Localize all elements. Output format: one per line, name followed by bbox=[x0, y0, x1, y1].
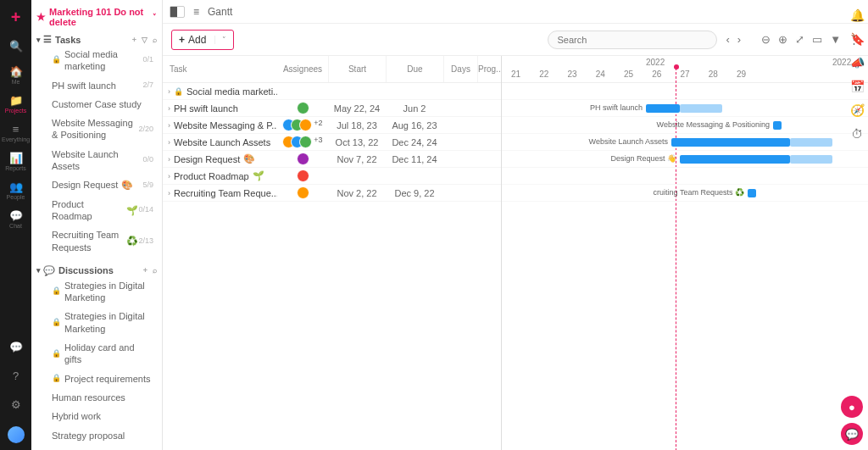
rail-add[interactable]: + bbox=[4, 5, 28, 29]
add-button[interactable]: +Add˅ bbox=[171, 30, 234, 50]
discussions-section-head[interactable]: ▾💬Discussions +⌕ bbox=[36, 265, 157, 276]
more-assignees[interactable]: +2 bbox=[314, 119, 322, 131]
rail-messages[interactable]: 💬 bbox=[4, 335, 28, 358]
search-input[interactable] bbox=[548, 31, 717, 49]
col-task[interactable]: Task bbox=[163, 56, 277, 82]
table-row[interactable]: ›PH swift launchMay 22, 24Jun 2 bbox=[163, 100, 501, 117]
timer-icon[interactable]: ⏱ bbox=[851, 127, 863, 141]
sidebar-task-item[interactable]: 🔒Social media marketing0/1 bbox=[36, 45, 157, 76]
sidebar-discussion-item[interactable]: 🔒Project requirements bbox=[36, 369, 157, 388]
col-days[interactable]: Days bbox=[443, 56, 477, 82]
sidebar-toggle[interactable] bbox=[170, 6, 185, 18]
hamburger-icon[interactable]: ≡ bbox=[193, 6, 199, 18]
assignee-avatar[interactable] bbox=[297, 169, 309, 182]
gantt-bar-remaining[interactable] bbox=[790, 155, 832, 164]
rail-settings[interactable]: ⚙ bbox=[4, 392, 28, 416]
gantt-bar[interactable] bbox=[680, 155, 790, 164]
col-due[interactable]: Due bbox=[386, 56, 443, 82]
more-assignees[interactable]: +3 bbox=[314, 136, 322, 148]
gantt-bar[interactable] bbox=[646, 104, 680, 113]
table-row[interactable]: ›Design Request🎨Nov 7, 22Dec 11, 24 bbox=[163, 151, 501, 168]
gantt-bar-remaining[interactable] bbox=[790, 138, 832, 147]
col-start[interactable]: Start bbox=[328, 56, 386, 82]
announce-icon[interactable]: 📣 bbox=[850, 56, 865, 69]
gantt-row[interactable]: cruiting Team Requests ♻️ bbox=[502, 185, 868, 202]
sidebar-discussion-item[interactable]: 🔒Strategies in Digital Marketing bbox=[36, 307, 157, 338]
gantt-milestone[interactable] bbox=[773, 121, 782, 130]
bookmark-icon[interactable]: 🔖 bbox=[850, 32, 865, 46]
rail-chat[interactable]: 💬Chat bbox=[4, 207, 28, 231]
table-row[interactable]: ›Recruiting Team Reque...Nov 2, 22Dec 9,… bbox=[163, 185, 501, 202]
sidebar-task-item[interactable]: PH swift launch2/7 bbox=[36, 76, 157, 95]
zoom-out-icon[interactable]: ⊖ bbox=[761, 33, 771, 46]
add-discussion-icon[interactable]: + bbox=[143, 266, 147, 275]
fab-chat[interactable]: 💬 bbox=[841, 423, 863, 445]
gantt-row[interactable] bbox=[502, 83, 868, 100]
expand-icon[interactable]: › bbox=[168, 189, 170, 197]
expand-icon[interactable]: › bbox=[168, 155, 170, 164]
gantt-row[interactable]: Design Request 👋 bbox=[502, 151, 868, 168]
filter-toolbar-icon[interactable]: ▼ bbox=[830, 33, 841, 46]
rail-me[interactable]: 🏠Me bbox=[4, 63, 28, 86]
today-icon[interactable]: ▭ bbox=[812, 33, 822, 46]
prev-icon[interactable]: ‹ bbox=[726, 33, 729, 46]
timeline-panel[interactable]: 2022 2022 212223242526272829 PH swift la… bbox=[502, 56, 868, 450]
sidebar-task-item[interactable]: Design Request🎨5/9 bbox=[36, 175, 157, 194]
sidebar-discussion-item[interactable]: 🔒Strategies in Digital Marketing bbox=[36, 276, 157, 308]
rail-user-avatar[interactable] bbox=[8, 426, 25, 443]
rail-everything[interactable]: ≡Everything bbox=[4, 120, 28, 144]
rail-reports[interactable]: 📊Reports bbox=[4, 149, 28, 173]
rail-help[interactable]: ? bbox=[4, 364, 28, 387]
tasks-section-head[interactable]: ▾☰Tasks +▽⌕ bbox=[36, 34, 157, 45]
table-row[interactable]: ›Website Launch Assets+3Oct 13, 22Dec 24… bbox=[163, 134, 501, 151]
add-task-icon[interactable]: + bbox=[132, 36, 136, 44]
sidebar-discussion-item[interactable]: Human resources bbox=[36, 388, 157, 407]
table-row[interactable]: ›Website Messaging & P...+2Jul 18, 23Aug… bbox=[163, 117, 501, 134]
nav-rail: + 🔍 🏠Me 📁Projects ≡Everything 📊Reports 👥… bbox=[0, 0, 31, 450]
calendar-rail-icon[interactable]: 📅 bbox=[850, 80, 865, 93]
expand-icon[interactable]: › bbox=[168, 121, 170, 130]
rail-projects[interactable]: 📁Projects bbox=[4, 92, 28, 115]
rail-people[interactable]: 👥People bbox=[4, 178, 28, 202]
sidebar-task-item[interactable]: Customer Case study bbox=[36, 95, 157, 114]
col-progress[interactable]: Prog... bbox=[477, 56, 501, 82]
col-assignees[interactable]: Assignees bbox=[277, 56, 328, 82]
gantt-row[interactable] bbox=[502, 168, 868, 185]
sidebar-task-item[interactable]: Product Roadmap🌱0/14 bbox=[36, 195, 157, 226]
add-dropdown-icon[interactable]: ˅ bbox=[214, 36, 226, 44]
search-icon[interactable]: ⌕ bbox=[153, 36, 157, 44]
fab-record[interactable]: ● bbox=[841, 396, 863, 418]
expand-icon[interactable]: › bbox=[168, 138, 170, 147]
table-row[interactable]: ›Product Roadmap🌱 bbox=[163, 168, 501, 185]
table-row[interactable]: ›🔒Social media marketi... bbox=[163, 83, 501, 100]
gantt-bar-remaining[interactable] bbox=[680, 104, 722, 113]
rail-search[interactable]: 🔍 bbox=[4, 34, 28, 58]
gantt-milestone[interactable] bbox=[748, 189, 756, 197]
expand-icon[interactable]: › bbox=[168, 104, 170, 113]
zoom-in-icon[interactable]: ⊕ bbox=[778, 33, 787, 46]
assignee-avatar[interactable] bbox=[297, 153, 309, 165]
sidebar-task-item[interactable]: Website Launch Assets0/0 bbox=[36, 145, 157, 176]
filter-icon[interactable]: ▽ bbox=[142, 36, 147, 44]
compass-icon[interactable]: 🧭 bbox=[850, 103, 865, 117]
assignee-avatar[interactable] bbox=[299, 119, 312, 131]
assignee-avatar[interactable] bbox=[299, 136, 312, 148]
search-discussion-icon[interactable]: ⌕ bbox=[153, 266, 157, 275]
sidebar-discussion-item[interactable]: Strategy proposal bbox=[36, 426, 157, 445]
assignee-avatar[interactable] bbox=[297, 102, 309, 114]
gantt-row[interactable]: PH swift launch bbox=[502, 100, 868, 117]
sidebar-discussion-item[interactable]: 🔒Holiday card and gifts bbox=[36, 338, 157, 369]
project-title[interactable]: ★Marketing 101 Do not delete˅ bbox=[36, 7, 157, 27]
gantt-bar[interactable] bbox=[671, 138, 790, 147]
assignee-avatar[interactable] bbox=[297, 186, 309, 199]
sidebar-discussion-item[interactable]: Hybrid work bbox=[36, 407, 157, 425]
notifications-icon[interactable]: 🔔 bbox=[850, 8, 865, 22]
sidebar-task-item[interactable]: Website Messaging & Positioning2/20 bbox=[36, 114, 157, 145]
expand-icon[interactable]: › bbox=[168, 87, 170, 96]
sidebar-task-item[interactable]: Recruiting Team Requests♻️2/13 bbox=[36, 225, 157, 257]
next-icon[interactable]: › bbox=[737, 33, 741, 46]
gantt-row[interactable]: Website Messaging & Positioning bbox=[502, 117, 868, 134]
fit-icon[interactable]: ⤢ bbox=[795, 33, 804, 46]
gantt-row[interactable]: Website Launch Assets bbox=[502, 134, 868, 151]
expand-icon[interactable]: › bbox=[168, 172, 170, 181]
